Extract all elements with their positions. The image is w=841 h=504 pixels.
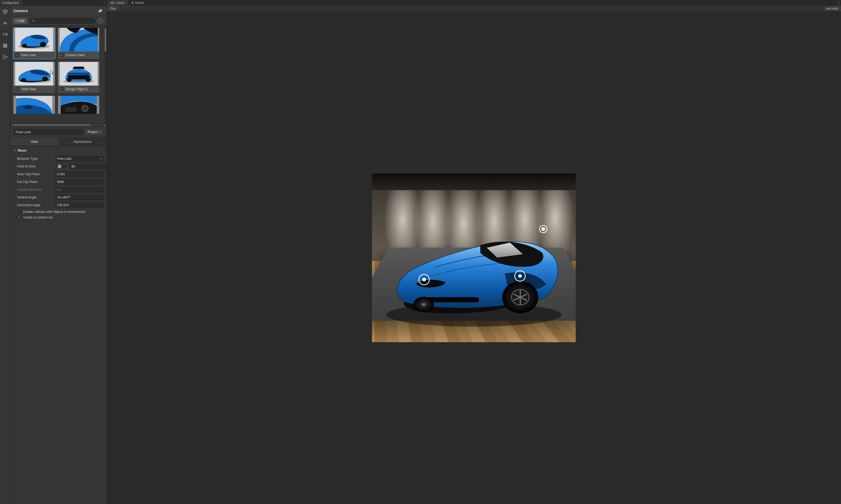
svg-rect-0 (3, 33, 6, 35)
camera-label: Design Flight S… (66, 87, 91, 91)
label-near-clip: Near Clip Plane (17, 173, 53, 176)
rail-stages-icon[interactable] (1, 42, 9, 50)
svg-rect-17 (68, 73, 89, 74)
rail-context-icon[interactable] (1, 19, 9, 27)
camera-thumbnail (58, 62, 100, 86)
search-icon (32, 19, 35, 22)
panel-title: Camera (13, 8, 28, 13)
render-view (372, 174, 576, 342)
play-button[interactable]: Play (107, 6, 119, 11)
car-render (376, 201, 572, 336)
camera-card[interactable] (13, 96, 55, 114)
rail-product-icon[interactable] (1, 8, 9, 16)
gear-icon[interactable] (97, 8, 103, 14)
visible-runtime-checkbox[interactable] (17, 216, 21, 219)
search-input[interactable] (29, 18, 95, 24)
label-horizontal-angle: Horizontal Angle (17, 203, 53, 207)
svg-rect-24 (65, 107, 76, 112)
subtab-view[interactable]: View (10, 137, 58, 146)
svg-point-27 (113, 2, 114, 3)
rail-camera-icon[interactable] (1, 31, 9, 38)
tab-scene[interactable]: # Scene (128, 0, 147, 6)
horizontal-angle-field[interactable] (55, 202, 103, 208)
configurator-panel: Configurator ⋮ Camera (0, 0, 107, 504)
svg-point-26 (111, 2, 112, 3)
hash-icon: # (132, 1, 134, 5)
svg-point-21 (24, 105, 33, 109)
mode-rail (0, 6, 10, 504)
fov-slider[interactable] (55, 166, 68, 167)
camera-grid-hscroll[interactable]: ◀ ▶ (10, 123, 106, 127)
camera-visible-checkbox[interactable] (60, 87, 64, 91)
panel-header: Camera (10, 6, 106, 16)
svg-point-36 (413, 297, 434, 312)
behavior-type-dropdown[interactable]: Free Look (55, 156, 103, 162)
camera-visible-checkbox[interactable] (16, 53, 19, 57)
tab-configurator[interactable]: Configurator (0, 0, 23, 5)
anti-alias-dropdown[interactable]: anti-alias (823, 6, 841, 11)
hotspot-rear[interactable] (539, 225, 547, 233)
hscroll-right-icon[interactable]: ▶ (103, 124, 106, 126)
camera-grid[interactable]: Free Look Custom View Orbit View Design … (10, 26, 104, 123)
camera-card[interactable]: Design Flight S… (58, 62, 100, 93)
enable-collision-checkbox[interactable] (17, 210, 21, 214)
project-dropdown[interactable]: Project (85, 129, 103, 135)
game-tabbar: Game # Scene ⋮ (107, 0, 841, 6)
camera-card[interactable] (58, 96, 100, 114)
properties-view[interactable]: ▼ Basic Behavior Type Free Look Field of… (10, 146, 106, 504)
hotspot-front[interactable] (418, 274, 430, 285)
hscroll-left-icon[interactable]: ◀ (11, 124, 13, 126)
foldout-basic[interactable]: ▼ Basic (10, 146, 106, 155)
tab-game[interactable]: Game (107, 0, 128, 6)
foldout-caret-icon: ▼ (13, 149, 16, 152)
camera-card[interactable]: Orbit View (13, 62, 55, 93)
label-behavior-type: Behavior Type (17, 157, 53, 161)
camera-thumbnail (58, 28, 100, 52)
camera-name-field[interactable] (13, 129, 83, 135)
filter-icon[interactable] (98, 18, 103, 24)
camera-label: Orbit View (21, 87, 36, 91)
game-toolbar: Play anti-alias (107, 6, 841, 11)
game-panel: Game # Scene ⋮ Play anti-alias (107, 0, 841, 504)
label-vertical-angle: Vertical Angle (17, 196, 53, 199)
rail-exit-icon[interactable] (1, 53, 9, 61)
hotspot-wheel[interactable] (514, 270, 526, 282)
search-field[interactable] (36, 19, 93, 23)
label-far-clip: Far Clip Plane (17, 180, 53, 184)
camera-visible-checkbox[interactable] (60, 53, 64, 57)
near-clip-field[interactable] (55, 172, 103, 177)
svg-point-4 (32, 20, 34, 21)
label-fov: Field of View (17, 165, 53, 168)
camera-card[interactable]: Free Look (13, 28, 55, 59)
game-viewport[interactable] (107, 11, 841, 504)
camera-label: Custom View (66, 53, 85, 57)
camera-visible-checkbox[interactable] (16, 87, 19, 91)
label-camera-distance: Camera Distance (17, 188, 53, 192)
vr-icon (110, 2, 115, 4)
svg-rect-3 (3, 47, 7, 48)
camera-distance-field (55, 187, 103, 193)
svg-point-18 (67, 78, 72, 82)
far-clip-field[interactable] (55, 179, 103, 185)
camera-thumbnail (13, 62, 55, 86)
svg-point-19 (85, 78, 90, 82)
enable-collision-label: Enable collision with objects in environ… (23, 210, 85, 214)
svg-rect-2 (3, 46, 7, 46)
camera-thumbnail (13, 28, 55, 52)
configurator-tabbar: Configurator ⋮ (0, 0, 106, 6)
camera-thumbnail (58, 96, 100, 114)
camera-thumbnail (13, 96, 55, 114)
add-button[interactable]: + Add (13, 18, 27, 24)
camera-card[interactable]: Custom View (58, 28, 100, 59)
game-tab-menu-icon[interactable]: ⋮ (836, 0, 841, 6)
vertical-angle-field[interactable] (55, 195, 103, 200)
svg-point-23 (82, 105, 88, 112)
svg-rect-1 (3, 44, 7, 45)
tab-menu-icon[interactable]: ⋮ (102, 0, 106, 5)
fov-field[interactable] (70, 164, 106, 169)
visible-runtime-label: Visible in runtime list (23, 216, 53, 219)
camera-label: Free Look (21, 53, 36, 57)
subtab-appearance[interactable]: Appearance (58, 137, 107, 146)
camera-grid-scrollbar[interactable] (104, 26, 106, 123)
